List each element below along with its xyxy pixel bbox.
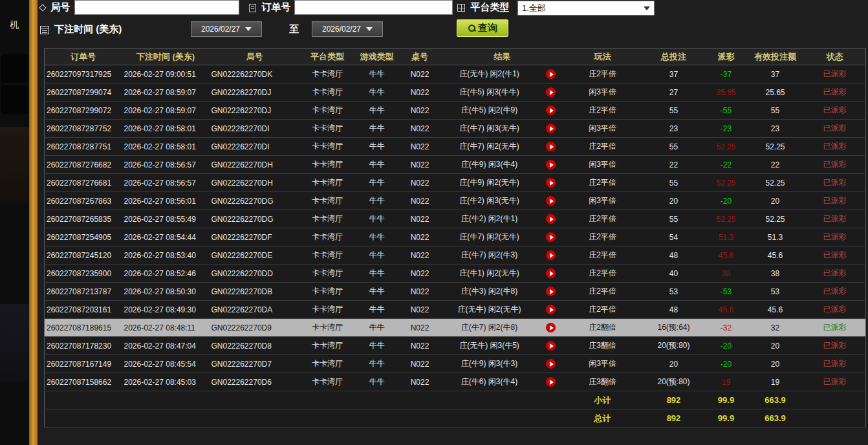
cell-status: 已派彩 <box>805 210 866 228</box>
grand-total-status-empty <box>805 409 866 428</box>
play-video-icon[interactable] <box>546 232 556 242</box>
bet-record-row[interactable]: 2602270871586622026-02-27 08:45:03GN0222… <box>45 373 866 391</box>
cell-bet-time: 2026-02-27 08:47:04 <box>122 337 210 355</box>
cell-total-bet: 48 <box>642 301 706 319</box>
subtotal-payout: 99.9 <box>706 391 746 409</box>
play-video-icon[interactable] <box>546 377 556 387</box>
cell-table-no: N022 <box>399 120 441 138</box>
play-video-icon[interactable] <box>546 160 556 169</box>
date-from-dropdown[interactable]: 2026/02/27 <box>191 21 262 37</box>
cell-result: 庄(牛6) 闲3(牛4) <box>441 373 538 391</box>
cell-platform: 卡卡湾厅 <box>300 138 355 156</box>
cell-game-type: 牛牛 <box>355 246 399 265</box>
cell-platform: 卡卡湾厅 <box>300 120 355 138</box>
cell-total-bet: 27 <box>642 83 706 102</box>
cell-platform: 卡卡湾厅 <box>300 265 355 283</box>
platform-type-select[interactable]: 1.全部 <box>517 1 655 16</box>
cell-play <box>538 138 564 156</box>
cell-result: 庄(牛7) 闲2(牛3) <box>441 246 538 265</box>
cell-round-id: GN022262270DB <box>210 283 300 301</box>
play-video-icon[interactable] <box>546 323 556 332</box>
cell-round-id: GN022262270D7 <box>210 355 300 373</box>
play-video-icon[interactable] <box>546 196 556 206</box>
cell-platform: 卡卡湾厅 <box>300 246 355 265</box>
cell-result: 庄(牛9) 闲2(无牛) <box>441 174 538 192</box>
cell-valid-bet: 20 <box>746 355 805 373</box>
cell-valid-bet: 52.25 <box>746 210 805 228</box>
bet-record-row[interactable]: 2602270871782302026-02-27 08:47:04GN0222… <box>45 337 866 355</box>
calendar-icon <box>40 26 49 34</box>
cell-round-id: GN022262270DH <box>210 174 300 192</box>
bet-record-row[interactable]: 2602270871896152026-02-27 08:48:11GN0222… <box>45 319 866 337</box>
play-video-icon[interactable] <box>546 287 556 296</box>
cell-status: 已派彩 <box>805 319 866 337</box>
cell-game-type: 牛牛 <box>355 174 399 192</box>
bet-record-row[interactable]: 2602270872990742026-02-27 08:59:07GN0222… <box>45 83 866 102</box>
cell-order-id: 260227087203161 <box>45 301 122 319</box>
play-video-icon[interactable] <box>546 69 556 79</box>
bet-records-table: 订单号下注时间 (美东)局号平台类型游戏类型桌号结果玩法总投注派彩有效投注额状态… <box>44 48 866 428</box>
cell-play-method: 闲3平倍 <box>564 120 642 138</box>
order-id-input[interactable] <box>294 0 453 15</box>
cell-table-no: N022 <box>399 228 441 246</box>
cell-bet-time: 2026-02-27 08:58:01 <box>122 120 210 138</box>
cell-total-bet: 55 <box>642 210 706 228</box>
bet-record-row[interactable]: 2602270872766822026-02-27 08:56:57GN0222… <box>45 156 866 174</box>
bet-record-row[interactable]: 2602270871671492026-02-27 08:45:54GN0222… <box>45 355 866 373</box>
cell-order-id: 260227087287751 <box>45 138 122 156</box>
bet-record-row[interactable]: 2602270872451202026-02-27 08:53:40GN0222… <box>45 246 866 265</box>
cell-payout: -20 <box>706 192 746 210</box>
bet-record-row[interactable]: 2602270872877522026-02-27 08:58:01GN0222… <box>45 120 866 138</box>
cell-payout: 45.6 <box>706 301 746 319</box>
cell-order-id: 260227087299074 <box>45 83 122 102</box>
col-header-table-no: 桌号 <box>399 49 441 65</box>
cell-order-id: 260227087254905 <box>45 228 122 246</box>
cell-valid-bet: 51.3 <box>746 228 805 246</box>
chevron-down-icon <box>245 27 252 31</box>
cell-play-method: 庄2平倍 <box>564 174 642 192</box>
cell-platform: 卡卡湾厅 <box>300 65 355 83</box>
cell-table-no: N022 <box>399 283 441 301</box>
play-video-icon[interactable] <box>546 124 556 133</box>
cell-result: 庄(牛7) 闲2(无牛) <box>441 138 538 156</box>
diamond-icon <box>39 4 46 11</box>
play-video-icon[interactable] <box>546 341 556 351</box>
play-video-icon[interactable] <box>546 178 556 188</box>
cell-game-type: 牛牛 <box>355 228 399 246</box>
cell-order-id: 260227087213787 <box>45 283 122 301</box>
play-video-icon[interactable] <box>546 214 556 224</box>
cell-total-bet: 40 <box>642 265 706 283</box>
play-video-icon[interactable] <box>546 105 556 115</box>
bet-record-row[interactable]: 2602270872990722026-02-27 08:59:07GN0222… <box>45 102 866 120</box>
bet-record-row[interactable]: 2602270872877512026-02-27 08:58:01GN0222… <box>45 138 866 156</box>
bet-record-row[interactable]: 2602270872658352026-02-27 08:55:49GN0222… <box>45 210 866 228</box>
bet-record-row[interactable]: 2602270872678632026-02-27 08:56:01GN0222… <box>45 192 866 210</box>
cell-platform: 卡卡湾厅 <box>300 355 355 373</box>
bet-record-row[interactable]: 2602270872766812026-02-27 08:56:57GN0222… <box>45 174 866 192</box>
sidebar-partial-label: 机 <box>10 19 19 31</box>
header-row: 订单号下注时间 (美东)局号平台类型游戏类型桌号结果玩法总投注派彩有效投注额状态 <box>45 49 866 65</box>
bet-record-row[interactable]: 2602270872549052026-02-27 08:54:44GN0222… <box>45 228 866 246</box>
bet-record-row[interactable]: 2602270872359002026-02-27 08:52:46GN0222… <box>45 265 866 283</box>
bet-record-row[interactable]: 2602270872137872026-02-27 08:50:30GN0222… <box>45 283 866 301</box>
bet-record-row[interactable]: 2602270872031612026-02-27 08:49:30GN0222… <box>45 301 866 319</box>
cell-valid-bet: 22 <box>746 156 805 174</box>
play-video-icon[interactable] <box>546 305 556 314</box>
cell-bet-time: 2026-02-27 08:56:57 <box>122 174 210 192</box>
date-to-dropdown[interactable]: 2026/02/27 <box>312 21 383 37</box>
cell-payout: 19 <box>706 373 746 391</box>
cell-order-id: 260227087245120 <box>45 246 122 265</box>
query-button[interactable]: 查询 <box>457 19 508 37</box>
play-video-icon[interactable] <box>546 268 556 278</box>
cell-result: 庄(牛5) 闲3(牛牛) <box>441 83 538 102</box>
play-video-icon[interactable] <box>546 359 556 369</box>
play-video-icon[interactable] <box>546 87 556 97</box>
play-video-icon[interactable] <box>546 142 556 151</box>
bet-record-row[interactable]: 2602270973179252026-02-27 09:00:51GN0222… <box>45 65 866 83</box>
cell-play <box>538 228 564 246</box>
play-video-icon[interactable] <box>546 250 556 260</box>
round-id-input[interactable] <box>74 0 239 15</box>
cell-platform: 卡卡湾厅 <box>300 319 355 337</box>
cell-game-type: 牛牛 <box>355 83 399 102</box>
cell-total-bet: 20 <box>642 192 706 210</box>
